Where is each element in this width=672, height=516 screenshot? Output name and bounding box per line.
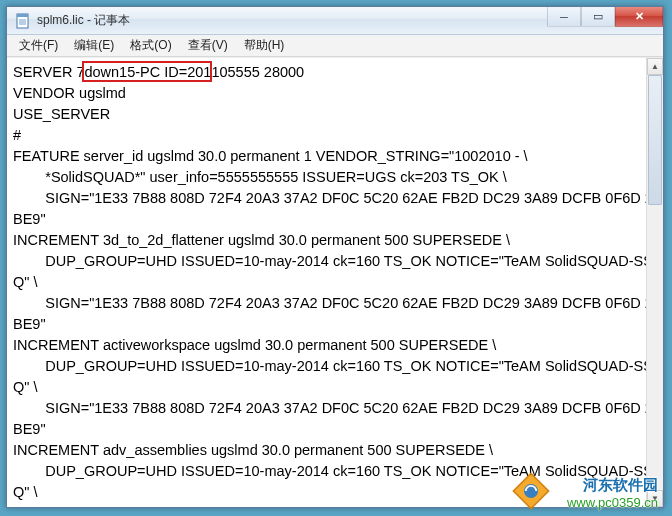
menu-format[interactable]: 格式(O) <box>122 35 179 56</box>
svg-rect-1 <box>17 14 28 17</box>
menu-help[interactable]: 帮助(H) <box>236 35 293 56</box>
menu-view[interactable]: 查看(V) <box>180 35 236 56</box>
notepad-window: splm6.lic - 记事本 ─ ▭ ✕ 文件(F) 编辑(E) 格式(O) … <box>6 6 664 508</box>
scroll-thumb[interactable] <box>648 75 662 205</box>
menu-file[interactable]: 文件(F) <box>11 35 66 56</box>
vertical-scrollbar[interactable]: ▲ ▼ <box>646 58 663 507</box>
maximize-button[interactable]: ▭ <box>581 7 615 27</box>
text-content[interactable]: SERVER 7down15-PC ID=201105555 28000 VEN… <box>7 58 663 507</box>
menubar: 文件(F) 编辑(E) 格式(O) 查看(V) 帮助(H) <box>7 35 663 57</box>
window-controls: ─ ▭ ✕ <box>547 7 663 27</box>
minimize-button[interactable]: ─ <box>547 7 581 27</box>
close-button[interactable]: ✕ <box>615 7 663 27</box>
content-area: SERVER 7down15-PC ID=201105555 28000 VEN… <box>7 57 663 507</box>
notepad-icon <box>15 13 31 29</box>
titlebar[interactable]: splm6.lic - 记事本 ─ ▭ ✕ <box>7 7 663 35</box>
scroll-up-button[interactable]: ▲ <box>647 58 663 75</box>
scroll-down-button[interactable]: ▼ <box>647 490 663 507</box>
menu-edit[interactable]: 编辑(E) <box>66 35 122 56</box>
